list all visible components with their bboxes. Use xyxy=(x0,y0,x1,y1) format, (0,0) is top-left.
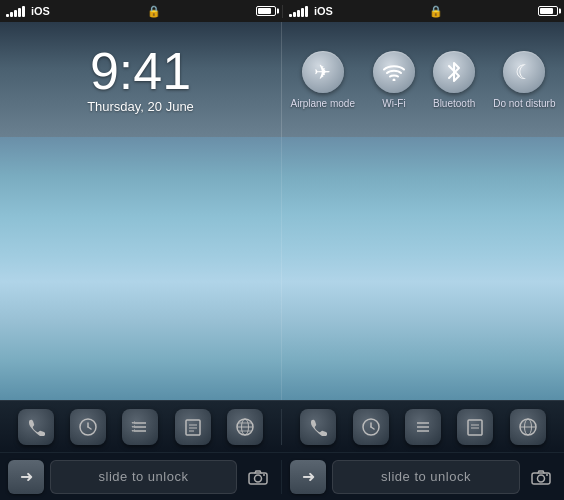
signal-bar-r5 xyxy=(305,6,308,17)
signal-bars-left xyxy=(6,5,25,17)
status-bar-left: iOS 🔒 xyxy=(0,5,282,18)
signal-bar-3 xyxy=(14,10,17,17)
wallpaper-left xyxy=(0,137,282,400)
signal-bar-1 xyxy=(6,14,9,17)
slide-text-right: slide to unlock xyxy=(381,469,471,484)
slide-bar-row: ➜ slide to unlock ➜ slide to unlock xyxy=(0,452,564,500)
dock-right xyxy=(282,409,564,445)
slide-arrow-button-right[interactable]: ➜ xyxy=(290,460,326,494)
signal-bar-5 xyxy=(22,6,25,17)
carrier-right: iOS xyxy=(314,5,333,17)
wallpaper xyxy=(0,137,564,400)
clock-icon[interactable] xyxy=(70,409,106,445)
globe-icon[interactable] xyxy=(227,409,263,445)
battery-right xyxy=(538,6,558,16)
reminders-icon-r[interactable] xyxy=(405,409,441,445)
lock-icon-left: 🔒 xyxy=(147,5,161,18)
do-not-disturb-setting[interactable]: ☾ Do not disturb xyxy=(493,51,555,109)
svg-line-18 xyxy=(371,427,374,429)
airplane-mode-icon: ✈ xyxy=(302,51,344,93)
slide-track-right[interactable]: slide to unlock xyxy=(332,460,520,494)
lock-header-right: ✈ Airplane mode Wi-Fi xyxy=(282,22,564,137)
airplane-mode-setting[interactable]: ✈ Airplane mode xyxy=(290,51,354,109)
signal-bar-4 xyxy=(18,8,21,17)
wallpaper-right xyxy=(282,137,564,400)
signal-bar-r4 xyxy=(301,8,304,17)
slide-bar-right: ➜ slide to unlock xyxy=(282,460,564,494)
lock-header: 9:41 Thursday, 20 June ✈ Airplane mode xyxy=(0,22,564,137)
battery-left xyxy=(256,6,276,16)
slide-bar-left: ➜ slide to unlock xyxy=(0,460,282,494)
globe-icon-r[interactable] xyxy=(510,409,546,445)
lock-icon-right: 🔒 xyxy=(429,5,443,18)
reminders-icon[interactable] xyxy=(122,409,158,445)
notepad-icon-r[interactable] xyxy=(457,409,493,445)
phone-icon-r[interactable] xyxy=(300,409,336,445)
wifi-label: Wi-Fi xyxy=(382,98,405,109)
time-display: 9:41 xyxy=(90,45,191,97)
slide-text-left: slide to unlock xyxy=(99,469,189,484)
svg-line-3 xyxy=(88,427,91,429)
camera-button-left[interactable] xyxy=(243,462,273,492)
slide-track-left[interactable]: slide to unlock xyxy=(50,460,237,494)
svg-point-29 xyxy=(255,475,262,482)
svg-point-30 xyxy=(263,474,265,476)
camera-button-right[interactable] xyxy=(526,462,556,492)
wifi-icon xyxy=(373,51,415,93)
date-display: Thursday, 20 June xyxy=(87,99,194,114)
main-content: 9:41 Thursday, 20 June ✈ Airplane mode xyxy=(0,22,564,500)
svg-point-32 xyxy=(538,475,545,482)
signal-bar-r3 xyxy=(297,10,300,17)
screen-container: iOS 🔒 iOS 🔒 xyxy=(0,0,564,500)
notepad-icon[interactable] xyxy=(175,409,211,445)
lock-header-left: 9:41 Thursday, 20 June xyxy=(0,22,282,137)
signal-bar-r1 xyxy=(289,14,292,17)
airplane-mode-label: Airplane mode xyxy=(290,98,354,109)
do-not-disturb-icon: ☾ xyxy=(503,51,545,93)
bluetooth-icon xyxy=(433,51,475,93)
clock-icon-r[interactable] xyxy=(353,409,389,445)
carrier-left: iOS xyxy=(31,5,50,17)
svg-point-0 xyxy=(392,78,395,81)
wifi-setting[interactable]: Wi-Fi xyxy=(373,51,415,109)
phone-icon[interactable] xyxy=(18,409,54,445)
status-bar: iOS 🔒 iOS 🔒 xyxy=(0,0,564,22)
bluetooth-setting[interactable]: Bluetooth xyxy=(433,51,475,109)
dock xyxy=(0,400,564,452)
signal-bars-right xyxy=(289,5,308,17)
dock-left xyxy=(0,409,282,445)
svg-point-33 xyxy=(546,474,548,476)
do-not-disturb-label: Do not disturb xyxy=(493,98,555,109)
bluetooth-label: Bluetooth xyxy=(433,98,475,109)
signal-bar-r2 xyxy=(293,12,296,17)
signal-bar-2 xyxy=(10,12,13,17)
slide-arrow-button-left[interactable]: ➜ xyxy=(8,460,44,494)
status-bar-right: iOS 🔒 xyxy=(282,5,564,18)
